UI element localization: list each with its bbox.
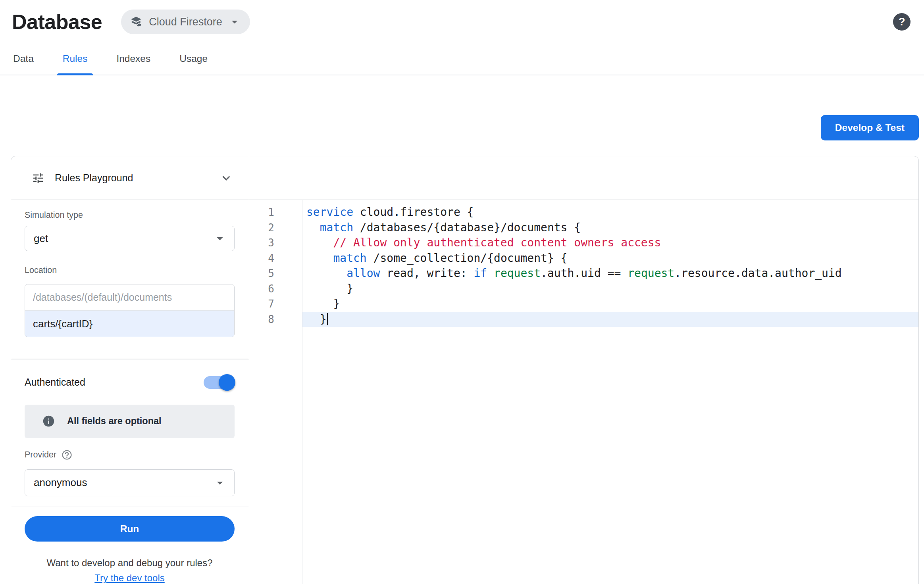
product-chip-label: Cloud Firestore	[149, 16, 222, 28]
location-input[interactable]: carts/{cartID}	[25, 311, 234, 337]
page-title: Database	[12, 10, 102, 34]
dropdown-arrow-icon	[213, 231, 227, 246]
rules-card: Rules Playground Simulation type get Loc…	[11, 156, 919, 584]
info-icon	[42, 415, 55, 428]
code-area[interactable]: service cloud.firestore { match /databas…	[302, 200, 918, 584]
code-line-7[interactable]: }	[302, 296, 918, 312]
authenticated-toggle[interactable]	[204, 376, 235, 389]
code-line-8[interactable]: }	[302, 312, 918, 327]
rules-playground-header: Rules Playground	[11, 156, 249, 200]
location-label: Location	[25, 265, 235, 275]
develop-and-test-button[interactable]: Develop & Test	[821, 115, 919, 140]
tab-indexes[interactable]: Indexes	[111, 40, 156, 75]
line-number-gutter: 12345678	[249, 200, 302, 584]
dev-tools-question: Want to develop and debug your rules?	[25, 557, 235, 569]
line-number: 6	[249, 281, 274, 297]
rules-editor: 12345678 service cloud.firestore { match…	[249, 156, 918, 584]
rules-playground-body: Simulation type get Location /databases/…	[11, 200, 249, 584]
line-number: 4	[249, 251, 274, 266]
chevron-down-icon	[219, 171, 234, 186]
tune-icon	[32, 172, 44, 184]
toggle-knob	[219, 374, 235, 391]
editor-toolbar	[249, 156, 918, 200]
dev-tools-link[interactable]: Try the dev tools	[25, 572, 235, 584]
page-header: Database Cloud Firestore ?	[0, 0, 924, 40]
info-banner: All fields are optional	[25, 405, 235, 438]
divider	[11, 359, 249, 359]
tab-rules[interactable]: Rules	[57, 40, 93, 75]
chevron-down-icon	[228, 15, 241, 29]
simulation-type-value: get	[34, 232, 48, 245]
provider-row: Provider	[25, 449, 235, 461]
location-field: /databases/(default)/documents carts/{ca…	[25, 284, 235, 337]
authenticated-label: Authenticated	[25, 377, 85, 388]
product-switcher-chip[interactable]: Cloud Firestore	[121, 10, 250, 34]
collapse-panel-button[interactable]	[219, 171, 234, 186]
line-number: 1	[249, 205, 274, 220]
code-line-4[interactable]: match /some_collection/{document} {	[302, 251, 918, 266]
firestore-icon	[129, 15, 143, 29]
provider-select[interactable]: anonymous	[25, 469, 235, 496]
text-cursor	[327, 313, 328, 325]
line-number: 8	[249, 312, 274, 327]
rules-playground-panel: Rules Playground Simulation type get Loc…	[11, 156, 249, 584]
dropdown-arrow-icon	[213, 476, 227, 490]
tab-bar: Data Rules Indexes Usage	[0, 40, 924, 75]
line-number: 2	[249, 220, 274, 236]
editor-body: 12345678 service cloud.firestore { match…	[249, 200, 918, 584]
code-line-2[interactable]: match /databases/{database}/documents {	[302, 220, 918, 236]
help-button[interactable]: ?	[893, 13, 911, 31]
simulation-type-select[interactable]: get	[25, 226, 235, 251]
provider-label: Provider	[25, 450, 56, 460]
code-line-3[interactable]: // Allow only authenticated content owne…	[302, 235, 918, 251]
code-line-5[interactable]: allow read, write: if request.auth.uid =…	[302, 266, 918, 281]
line-number: 7	[249, 296, 274, 312]
divider	[11, 507, 249, 507]
line-number: 5	[249, 266, 274, 281]
code-line-1[interactable]: service cloud.firestore {	[302, 205, 918, 220]
info-banner-text: All fields are optional	[67, 416, 162, 426]
tab-usage[interactable]: Usage	[174, 40, 213, 75]
simulation-type-label: Simulation type	[25, 210, 235, 220]
line-number: 3	[249, 235, 274, 251]
location-prefix-placeholder: /databases/(default)/documents	[25, 284, 234, 311]
firestore-database-page: Database Cloud Firestore ? Data Rules In…	[0, 0, 924, 584]
help-outline-icon[interactable]	[61, 449, 73, 461]
provider-value: anonymous	[34, 476, 87, 489]
authenticated-row: Authenticated	[25, 370, 235, 395]
run-button[interactable]: Run	[25, 516, 235, 542]
rules-playground-title: Rules Playground	[55, 172, 133, 184]
code-line-6[interactable]: }	[302, 281, 918, 297]
tab-data[interactable]: Data	[8, 40, 39, 75]
